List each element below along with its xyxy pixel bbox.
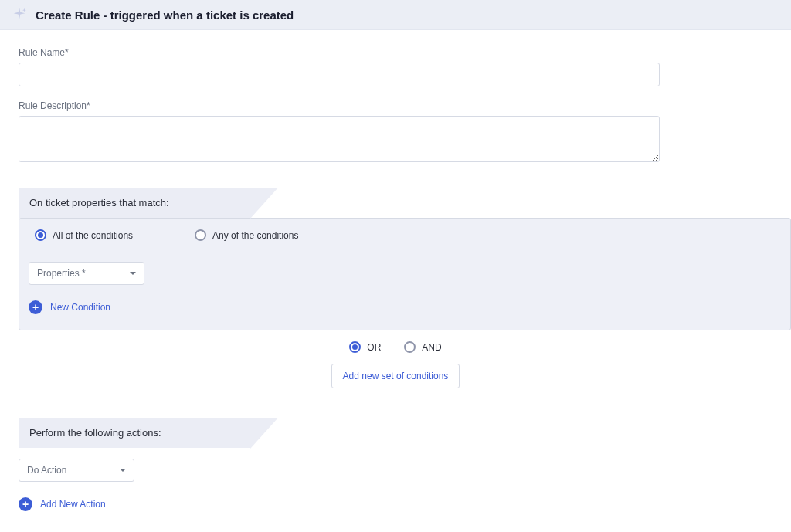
radio-unselected-icon bbox=[404, 341, 416, 353]
conditions-body: Properties * + New Condition bbox=[19, 249, 790, 330]
do-action-dropdown[interactable]: Do Action bbox=[19, 459, 134, 482]
plus-icon: + bbox=[29, 300, 42, 314]
rule-name-label: Rule Name* bbox=[19, 47, 772, 58]
actions-section-header: Perform the following actions: bbox=[19, 418, 250, 448]
plus-icon: + bbox=[19, 497, 32, 511]
radio-selected-icon bbox=[35, 229, 46, 241]
logic-and-option[interactable]: AND bbox=[404, 341, 441, 353]
properties-dropdown-label: Properties * bbox=[37, 268, 86, 279]
page-header: Create Rule - triggered when a ticket is… bbox=[0, 0, 791, 30]
rule-name-field: Rule Name* bbox=[19, 47, 772, 86]
logic-or-option[interactable]: OR bbox=[349, 341, 381, 353]
rule-name-input[interactable] bbox=[19, 63, 660, 86]
match-any-option[interactable]: Any of the conditions bbox=[195, 229, 298, 241]
rule-description-field: Rule Description* bbox=[19, 100, 772, 164]
rule-description-input[interactable] bbox=[19, 116, 660, 162]
radio-unselected-icon bbox=[195, 229, 206, 241]
caret-down-icon bbox=[120, 469, 126, 472]
new-condition-label: New Condition bbox=[50, 302, 110, 313]
actions-body: Do Action + Add New Action bbox=[19, 459, 772, 516]
rule-description-label: Rule Description* bbox=[19, 100, 772, 111]
logic-operator-row: OR AND bbox=[19, 330, 772, 359]
match-all-option[interactable]: All of the conditions bbox=[35, 229, 133, 241]
properties-dropdown[interactable]: Properties * bbox=[29, 262, 144, 285]
caret-down-icon bbox=[130, 272, 136, 275]
add-action-button[interactable]: + Add New Action bbox=[19, 493, 772, 516]
page-title: Create Rule - triggered when a ticket is… bbox=[36, 8, 294, 22]
add-set-wrap: Add new set of conditions bbox=[19, 359, 772, 395]
sparkle-icon bbox=[11, 6, 28, 23]
logic-and-label: AND bbox=[422, 342, 441, 353]
radio-selected-icon bbox=[349, 341, 361, 353]
match-mode-row: All of the conditions Any of the conditi… bbox=[25, 219, 784, 249]
main-content: Rule Name* Rule Description* On ticket p… bbox=[0, 30, 791, 532]
conditions-card: All of the conditions Any of the conditi… bbox=[19, 218, 791, 330]
match-all-label: All of the conditions bbox=[53, 230, 133, 241]
logic-or-label: OR bbox=[367, 342, 381, 353]
add-action-label: Add New Action bbox=[40, 499, 106, 510]
add-condition-set-button[interactable]: Add new set of conditions bbox=[331, 364, 460, 388]
conditions-section-header: On ticket properties that match: bbox=[19, 188, 250, 218]
match-any-label: Any of the conditions bbox=[212, 230, 298, 241]
do-action-dropdown-label: Do Action bbox=[27, 465, 66, 476]
new-condition-button[interactable]: + New Condition bbox=[29, 296, 781, 319]
